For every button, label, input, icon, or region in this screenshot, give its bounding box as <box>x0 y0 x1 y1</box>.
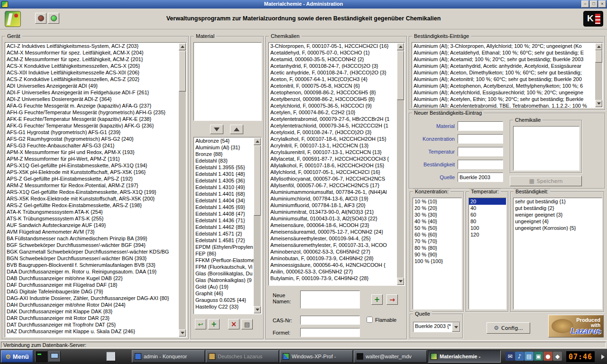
list-item[interactable]: 100 % {100} <box>413 258 461 264</box>
list-item[interactable]: Acetaldehyd, F, 000075-07-0, H3CCHO {1} <box>269 49 397 56</box>
minimize-button[interactable]: − <box>581 0 589 8</box>
list-item[interactable]: Acetylen, F, 000074-86-2, C2H2 {10} <box>269 109 397 116</box>
list-item[interactable]: FFKM (Perfluor-Elastome <box>194 257 254 264</box>
list-item[interactable]: ARM-Z Messumformer für Redox-Potential, … <box>5 182 179 189</box>
list-item[interactable]: Acrylalkohol, F, 000107-18-6, H2CCHCH2OH… <box>269 136 397 142</box>
material-move-down-button[interactable] <box>210 125 223 134</box>
list-item[interactable]: AFH-G Feuchte/Temperatur Messgerät (hygr… <box>5 109 179 116</box>
list-item[interactable]: Acetylbenzol, 000098-86-2, H3CCOC6H5 {8} <box>269 96 397 102</box>
maximize-button[interactable]: □ <box>590 0 598 8</box>
list-item[interactable]: BGF Schwebekörper Durchflussmesser/-wäch… <box>5 242 179 248</box>
list-item[interactable]: BA Füllstandsmesser nach Archimedischem … <box>5 235 179 242</box>
list-item[interactable]: FEP {86} <box>194 250 254 257</box>
taskbar-task-konqueror[interactable]: admin - Konqueror <box>132 350 205 363</box>
list-item[interactable]: Edelstahl 1.3955 {55} <box>194 164 254 171</box>
quelle-field-input[interactable] <box>458 173 503 182</box>
list-item[interactable]: DAF Durchflussanzeiger mit Flügelrad DAF… <box>5 282 179 288</box>
list-item[interactable]: Acetylentetrachlorid, 000079-34-5, HCl2C… <box>269 122 397 129</box>
list-item[interactable]: Alubronze {54} <box>194 137 254 144</box>
list-item[interactable]: EPDM (Ethylen/Propylen <box>194 244 254 250</box>
list-item[interactable]: Bronze {88} <box>194 151 254 157</box>
chemikalie-add-button[interactable]: + <box>371 294 383 305</box>
list-item[interactable]: 20 <box>469 198 506 205</box>
scroll-up-button[interactable] <box>595 43 602 50</box>
scroll-down-button[interactable] <box>254 306 261 313</box>
scrollbar-thumb[interactable] <box>179 51 186 91</box>
scroll-down-button[interactable] <box>595 100 602 107</box>
list-item[interactable]: gut beständig {2} <box>514 205 602 211</box>
list-item[interactable]: Allylacetat, F, 000591-87-7, H2CCHCH2OCO… <box>269 155 397 162</box>
speichern-button[interactable]: ▦ Speichern <box>510 176 582 186</box>
konzentration-list[interactable]: 10 % {10}20 % {20}30 % {30}40 % {40}50 %… <box>413 198 462 309</box>
list-item[interactable]: DAT Durchflussanzeiger mit Tropfrohr DAT… <box>5 321 179 328</box>
list-item[interactable]: Acetanhydrid, F, 000108-24-7, (H3CCO)2O … <box>269 63 397 69</box>
list-item[interactable]: Acetyloxid, F, 000108-24-7, (H3CCO)2O {3… <box>269 129 397 136</box>
config-button[interactable]: ⚙ Config... <box>487 322 530 334</box>
list-item[interactable]: Edelstahl 1.4310 {49} <box>194 184 254 191</box>
list-item[interactable]: Aluminium (Al); Aceton, Dimethylketon; 1… <box>412 69 595 76</box>
taskbar-task-windows-xp[interactable]: Windows-XP-Prof - <box>280 350 353 363</box>
list-item[interactable]: Edelstahl 1.4581 {72} <box>194 237 254 244</box>
list-item[interactable]: Butylamin, F, 000109-73-9, C4H9NH2 {28} <box>269 275 397 282</box>
list-item[interactable]: APS-Z Gel-gefüllte pH-Einstabmesskette, … <box>5 175 179 182</box>
list-item[interactable]: Aluminiumammoniumsulfat, 007784-26-1, (N… <box>269 189 397 195</box>
list-item[interactable]: Aluminiumsulfat, 010043-01-3, Al2(SO4)3 … <box>269 215 397 222</box>
list-item[interactable]: Glas (Borosilikatglas, Du <box>194 270 254 277</box>
list-item[interactable]: Grauguss 0.6025 {44} <box>194 297 254 303</box>
list-item[interactable]: DAB Durchflussanzeiger mit/ohne Kugel DA… <box>5 275 179 282</box>
scroll-up-button[interactable] <box>254 138 261 145</box>
list-item[interactable]: AVM Flügelrad Anemometer AVM {73} <box>5 228 179 235</box>
list-item[interactable]: Hastelloy C22 {33} <box>194 303 254 310</box>
list-item[interactable]: AFK-G Feuchte/ Temperatur Messgerät (kap… <box>5 122 179 129</box>
list-item[interactable]: ACM-X Messumformer für spez. Leitfähigke… <box>5 49 179 56</box>
list-item[interactable]: BGN Schwebekörper Durchflussmesser/-wäch… <box>5 255 179 262</box>
geraet-scrollbar[interactable] <box>179 43 186 337</box>
list-item[interactable]: ungeeignet {4} <box>514 218 602 225</box>
list-item[interactable]: ACS-Z Konduktive Leitfähigkeitsmesszelle… <box>5 76 179 82</box>
list-item[interactable]: 50 % {50} <box>413 225 461 231</box>
list-item[interactable]: 90 % {90} <box>413 251 461 258</box>
display-launcher-icon[interactable] <box>48 351 61 362</box>
list-item[interactable]: BGK Ganzmetall Schwebekörper Durchflussm… <box>5 248 179 255</box>
list-item[interactable]: 100 <box>469 225 506 231</box>
list-item[interactable]: AFK-E Feuchte/Temperatur Messgerät (kapa… <box>5 116 179 122</box>
list-item[interactable]: 70 % {70} <box>413 238 461 245</box>
scroll-up-button[interactable] <box>397 43 404 50</box>
panel-hide-arrow-icon[interactable] <box>601 355 605 359</box>
list-item[interactable]: Aluminium (Al); Acetamid; 100 %; 20°C; s… <box>412 56 595 63</box>
list-item[interactable]: ATS-K Trübungsmesssystem ATS-K {255} <box>5 215 179 222</box>
list-item[interactable]: weniger geeignet {3} <box>514 211 602 218</box>
list-item[interactable]: ADI Universelles Anzeigegerät ADI {49} <box>5 82 179 89</box>
list-item[interactable]: Aluminiumfluorid, 007784-18-1, AlF3 {20} <box>269 202 397 209</box>
list-item[interactable]: 60 <box>469 211 506 218</box>
list-item[interactable]: Edelstahl 1.4462 {85} <box>194 224 254 230</box>
list-item[interactable]: ACM-Z Messumformer für spez. Leitfähigke… <box>5 56 179 63</box>
list-item[interactable]: 20 % {20} <box>413 205 461 211</box>
list-item[interactable]: DAG-AXI Industrie Dosierer, Zähler, Durc… <box>5 295 179 301</box>
taskbar-task-terminal[interactable]: walter@walter_mdv <box>354 350 427 363</box>
list-item[interactable]: Aminobenzol, 000062-53-3, C6H5NH2 {27} <box>269 248 397 255</box>
chemikalien-scrollbar[interactable] <box>397 43 404 285</box>
list-item[interactable]: Ameisensäuremethylester, F, 000107-31-3,… <box>269 242 397 248</box>
scrollbar-thumb[interactable] <box>595 50 602 63</box>
material-scrollbar[interactable] <box>254 138 261 313</box>
taskbar-task-lazarus[interactable]: Deutsches Lazarus <box>206 350 279 363</box>
list-item[interactable]: Acetophenon, 000098-86-2, H3CCOC6H5 {8} <box>269 89 397 96</box>
neue-namen-input[interactable] <box>300 291 360 309</box>
taskbar-task-materialchemie[interactable]: Materialchemie - <box>428 350 501 363</box>
list-item[interactable]: ADI-F Universelles Anzeigegerät im Feldg… <box>5 89 179 96</box>
list-item[interactable]: Acetylchlorid, F, 000075-36-5, H3CCOCl {… <box>269 102 397 109</box>
list-item[interactable]: DAH Durchflussanzeiger mit/ohne Rotor DA… <box>5 301 179 308</box>
list-item[interactable]: APS-X5K pH-Elektrode mit Kunststoffschaf… <box>5 169 179 175</box>
clipboard-tray-icon[interactable]: ▤ <box>524 352 533 361</box>
list-item[interactable]: 80 % {80} <box>413 245 461 251</box>
list-item[interactable]: Edelstahl 1.4571 {2} <box>194 230 254 237</box>
terminal-launcher-icon[interactable] <box>35 351 47 362</box>
list-item[interactable]: DAZ Durchflussanzeiger mit Klappe u. Ska… <box>5 328 179 335</box>
list-item[interactable]: Aluminium (Al); Acetanhydrid, Acetic anh… <box>412 63 595 69</box>
list-item[interactable]: Glas (Natronkalkglas) {9 <box>194 277 254 283</box>
cas-input[interactable] <box>300 316 360 325</box>
list-item[interactable]: AUF Sandwich Aufsteckanzeige AUF {149} <box>5 222 179 228</box>
list-item[interactable]: Aminoessigsäure, 000056-40-6, H2NCH2COOH… <box>269 262 397 268</box>
list-item[interactable]: Acetylentetrabromid, 000079-27-6, HBr2CC… <box>269 116 397 122</box>
